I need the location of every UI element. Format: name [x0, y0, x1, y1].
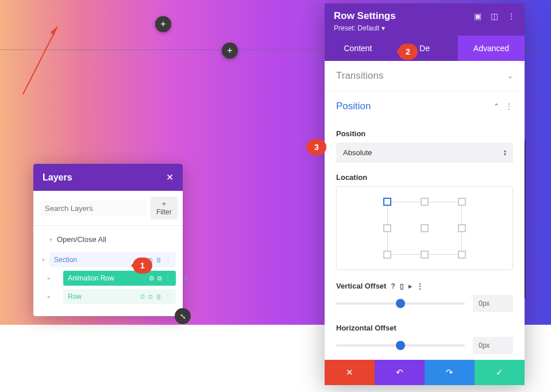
position-select[interactable]: Absolute ▴▾: [336, 143, 513, 163]
location-top-left[interactable]: [383, 198, 391, 206]
tablet-icon[interactable]: ▯: [400, 282, 404, 290]
resize-handle[interactable]: ⤡: [175, 308, 191, 324]
callout-1: 1: [133, 258, 152, 274]
undo-button[interactable]: ↶: [375, 360, 425, 385]
accordion-header[interactable]: Transitions ⌄: [325, 61, 525, 91]
horizontal-offset-label: Horizontal Offset: [336, 324, 513, 332]
more-icon[interactable]: ⋮: [505, 102, 513, 111]
location-grid-inner: [387, 202, 462, 255]
chevron-down-icon: ⌄: [507, 72, 513, 80]
layers-panel: Layers ✕ + Filter Open/Close All ▾ Secti…: [33, 164, 183, 316]
layer-chip-section[interactable]: Section ⚙ ⧉ 🗑 ⋮: [49, 252, 176, 267]
add-section-button[interactable]: +: [155, 16, 171, 32]
field-help-icons: ? ▯ ▸ ⋮: [391, 282, 423, 290]
filter-button[interactable]: + Filter: [151, 197, 178, 220]
trash-icon[interactable]: 🗑: [156, 293, 162, 301]
more-icon[interactable]: ⋮: [165, 293, 171, 301]
location-bottom-center[interactable]: [421, 251, 429, 259]
more-icon[interactable]: ⋮: [507, 11, 515, 21]
layers-body: Open/Close All ▾ Section ⚙ ⧉ 🗑 ⋮ ▸ Anima…: [33, 226, 183, 316]
tab-content[interactable]: Content: [325, 36, 391, 61]
layer-row: ▸ Row ⚙ ⧉ 🗑 ⋮: [40, 287, 176, 306]
more-icon[interactable]: ⋮: [165, 256, 171, 264]
duplicate-icon[interactable]: ⧉: [148, 293, 153, 301]
settings-header-icons: ▣ ◫ ⋮: [474, 11, 515, 21]
settings-panel: Row Settings ▣ ◫ ⋮ Preset: Default ▾ Con…: [325, 3, 525, 385]
slider-track[interactable]: [336, 302, 465, 305]
callout-2: 2: [398, 44, 418, 60]
redo-button[interactable]: ↷: [425, 360, 475, 385]
select-arrows-icon: ▴▾: [504, 149, 506, 156]
preset-selector[interactable]: Preset: Default ▾: [334, 24, 515, 32]
add-layer-button[interactable]: +: [184, 274, 188, 283]
hover-icon[interactable]: ▸: [409, 282, 412, 290]
settings-tabs: Content De Advanced: [325, 36, 525, 61]
layer-label: Animation Row: [68, 274, 114, 282]
location-top-center[interactable]: [421, 198, 429, 206]
label-text: Vertical Offset: [336, 282, 386, 290]
layer-row: ▾ Section ⚙ ⧉ 🗑 ⋮: [40, 251, 176, 269]
settings-header: Row Settings ▣ ◫ ⋮ Preset: Default ▾: [325, 3, 525, 36]
search-input[interactable]: [40, 201, 146, 216]
slider-thumb[interactable]: [396, 299, 405, 308]
help-icon[interactable]: ?: [391, 282, 395, 290]
slider-thumb[interactable]: [396, 341, 405, 350]
accordion-position: Position ⌃ ⋮ Position Absolute ▴▾ Locati…: [325, 91, 525, 360]
more-icon[interactable]: ⋮: [165, 275, 171, 282]
layer-actions: ⚙ ⧉ 🗑 ⋮: [140, 293, 171, 301]
gear-icon[interactable]: ⚙: [140, 293, 145, 301]
settings-footer: ✕ ↶ ↷ ✓: [325, 360, 525, 385]
vertical-offset-value[interactable]: 0px: [473, 295, 513, 312]
accordion-title: Transitions: [336, 70, 384, 82]
vertical-offset-label: Vertical Offset ? ▯ ▸ ⋮: [336, 282, 513, 290]
focus-icon[interactable]: ▣: [474, 11, 481, 21]
location-label: Location: [336, 173, 513, 182]
accordion-title: Position: [336, 101, 371, 112]
vertical-offset-slider: 0px: [336, 295, 513, 312]
close-icon[interactable]: ✕: [166, 172, 174, 183]
location-top-right[interactable]: [458, 198, 466, 206]
select-value: Absolute: [343, 148, 372, 157]
location-bottom-left[interactable]: [383, 251, 391, 259]
horizontal-offset-slider: 0px: [336, 337, 513, 354]
trash-icon[interactable]: 🗑: [156, 256, 162, 264]
horizontal-offset-value[interactable]: 0px: [473, 337, 513, 354]
settings-body: Transitions ⌄ Position ⌃ ⋮ Position Abso…: [325, 61, 525, 360]
layers-header: Layers ✕: [33, 164, 183, 191]
chevron-up-icon: ⌃: [494, 102, 499, 110]
location-middle-right[interactable]: [458, 224, 466, 232]
more-icon[interactable]: ⋮: [417, 282, 423, 290]
chevron-right-icon[interactable]: ▸: [46, 294, 52, 299]
gear-icon[interactable]: ⚙: [149, 275, 155, 282]
layer-actions: ⚙ ⧉ ⋮: [149, 275, 171, 282]
open-close-all-toggle[interactable]: Open/Close All: [40, 232, 176, 251]
layer-chip-row[interactable]: Row ⚙ ⧉ 🗑 ⋮: [63, 289, 176, 304]
expand-icon[interactable]: ◫: [491, 11, 498, 21]
tab-advanced[interactable]: Advanced: [458, 36, 525, 61]
duplicate-icon[interactable]: ⧉: [157, 275, 162, 282]
location-middle-left[interactable]: [383, 224, 391, 232]
layers-title: Layers: [43, 172, 72, 183]
settings-title: Row Settings: [334, 10, 396, 22]
callout-3: 3: [307, 139, 326, 155]
slider-track[interactable]: [336, 344, 465, 347]
accordion-body: Position Absolute ▴▾ Location: [325, 121, 525, 360]
layer-label: Section: [54, 256, 77, 264]
accordion-header[interactable]: Position ⌃ ⋮: [325, 91, 525, 121]
layer-row: ▸ Animation Row ⚙ ⧉ ⋮ +: [40, 269, 176, 287]
layer-label: Row: [68, 293, 82, 301]
chevron-right-icon[interactable]: ▸: [46, 275, 52, 281]
chevron-down-icon[interactable]: ▾: [40, 257, 46, 263]
location-picker: [336, 186, 513, 270]
layers-search-row: + Filter: [33, 191, 183, 226]
location-middle-center[interactable]: [421, 224, 429, 232]
save-button[interactable]: ✓: [475, 360, 525, 385]
accordion-transitions: Transitions ⌄: [325, 61, 525, 91]
layer-chip-animation-row[interactable]: Animation Row ⚙ ⧉ ⋮: [63, 271, 176, 286]
location-bottom-right[interactable]: [458, 251, 466, 259]
cancel-button[interactable]: ✕: [325, 360, 375, 385]
add-row-button[interactable]: +: [222, 43, 238, 59]
position-label: Position: [336, 129, 513, 138]
